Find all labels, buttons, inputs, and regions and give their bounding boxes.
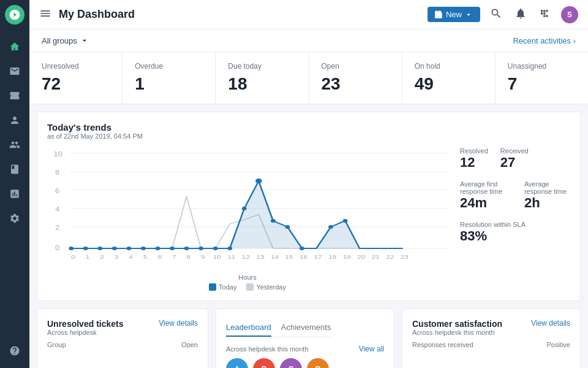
svg-text:8: 8	[187, 254, 191, 259]
stat-sla: Resolution within SLA 83%	[460, 221, 570, 244]
stat-on-hold[interactable]: On hold 49	[402, 52, 496, 104]
new-button[interactable]: New	[428, 7, 480, 22]
stat-label-overdue: Overdue	[135, 62, 203, 71]
search-icon[interactable]	[488, 5, 505, 25]
trends-chart: 10 8 6 4 2 0 0	[47, 147, 448, 270]
unresolved-header: Unresolved tickets Across helpdesk View …	[47, 319, 198, 336]
svg-text:10: 10	[213, 254, 221, 259]
customer-satisfaction-card: Customer satisfaction Across helpdesk th…	[402, 309, 581, 368]
leaderboard-view-all[interactable]: View all	[359, 345, 384, 353]
svg-text:7: 7	[172, 254, 176, 259]
chart-left: 10 8 6 4 2 0 0	[47, 147, 448, 291]
satisfaction-info: Customer satisfaction Across helpdesk th…	[412, 319, 502, 336]
svg-text:6: 6	[158, 254, 162, 259]
svg-point-50	[255, 178, 262, 183]
svg-point-51	[271, 219, 276, 223]
stat-unassigned[interactable]: Unassigned 7	[496, 52, 588, 104]
sidebar-item-library[interactable]	[4, 158, 26, 180]
svg-text:3: 3	[115, 254, 119, 259]
tab-achievements[interactable]: Achievements	[281, 319, 331, 337]
trends-title: Today's trends	[47, 122, 570, 132]
svg-text:16: 16	[300, 254, 307, 259]
leaderboard-avatar-4: D	[307, 358, 329, 368]
svg-point-47	[213, 247, 218, 250]
svg-point-53	[300, 247, 304, 250]
legend-yesterday: Yesterday	[246, 283, 286, 291]
svg-text:10: 10	[53, 151, 62, 158]
svg-text:13: 13	[256, 254, 264, 259]
tab-leaderboard[interactable]: Leaderboard	[226, 319, 271, 337]
svg-text:22: 22	[386, 254, 394, 259]
svg-text:18: 18	[328, 254, 336, 259]
svg-marker-36	[71, 181, 403, 248]
svg-point-55	[343, 219, 348, 223]
stat-avg-response: Average response time 2h	[524, 180, 570, 211]
leaderboard-avatar-1: A	[226, 358, 248, 368]
svg-text:19: 19	[343, 254, 351, 259]
svg-point-42	[141, 247, 146, 250]
svg-point-49	[242, 207, 247, 210]
svg-point-38	[83, 247, 88, 250]
chart-right: Resolved 12 Received 27 Average first re…	[460, 147, 570, 291]
trends-section: Today's trends as of 22nd May 2019, 04:5…	[37, 112, 581, 301]
unresolved-view-details[interactable]: View details	[159, 319, 198, 328]
svg-text:6: 6	[55, 188, 59, 194]
unresolved-table-header: Group Open	[47, 339, 198, 351]
sidebar-item-home[interactable]	[4, 36, 26, 58]
stat-value-due-today: 18	[228, 74, 296, 94]
svg-text:14: 14	[271, 254, 279, 259]
stat-overdue[interactable]: Overdue 1	[123, 52, 216, 104]
groups-selector[interactable]: All groups	[42, 36, 89, 45]
user-avatar[interactable]: S	[561, 6, 578, 23]
svg-text:8: 8	[55, 169, 59, 176]
menu-icon[interactable]	[39, 7, 51, 22]
svg-text:20: 20	[357, 254, 365, 259]
sidebar-item-contacts[interactable]	[4, 109, 26, 131]
stat-unresolved[interactable]: Unresolved 72	[29, 52, 123, 104]
svg-text:0: 0	[55, 245, 60, 251]
svg-text:2: 2	[55, 224, 59, 231]
stat-due-today[interactable]: Due today 18	[216, 52, 309, 104]
stat-label-due-today: Due today	[228, 62, 296, 71]
chart-legend: Today Yesterday	[47, 283, 448, 291]
sidebar-item-inbox[interactable]	[4, 60, 26, 82]
stats-row: Unresolved 72 Overdue 1 Due today 18 Ope…	[29, 52, 588, 104]
svg-point-46	[198, 247, 203, 250]
svg-point-54	[328, 225, 333, 229]
stat-value-on-hold: 49	[415, 74, 483, 94]
svg-text:11: 11	[227, 254, 235, 259]
svg-text:0: 0	[71, 254, 75, 259]
svg-point-39	[97, 247, 102, 250]
stat-value-unresolved: 72	[42, 74, 110, 94]
sidebar-item-tickets[interactable]	[4, 85, 26, 107]
apps-icon[interactable]	[537, 5, 554, 25]
svg-point-40	[112, 247, 117, 250]
sidebar-item-groups[interactable]	[4, 134, 26, 156]
stat-received: Received 27	[500, 147, 529, 171]
svg-text:9: 9	[201, 254, 205, 259]
header: My Dashboard New S	[29, 0, 588, 29]
stat-avg-first-response: Average first response time 24m	[460, 180, 514, 211]
logo[interactable]	[5, 5, 24, 25]
stat-label-unassigned: Unassigned	[508, 62, 576, 71]
svg-text:5: 5	[143, 254, 148, 259]
leaderboard-avatar-2: B	[253, 358, 275, 368]
svg-point-41	[126, 247, 131, 250]
svg-text:17: 17	[314, 254, 322, 259]
header-actions: New S	[428, 5, 578, 25]
unresolved-tickets-card: Unresolved tickets Across helpdesk View …	[37, 309, 208, 368]
leaderboard-card: Leaderboard Achievements Across helpdesk…	[216, 309, 394, 368]
sidebar-item-help[interactable]	[4, 340, 26, 362]
sidebar-item-reports[interactable]	[4, 183, 26, 205]
satisfaction-view-details[interactable]: View details	[531, 319, 570, 328]
stat-open[interactable]: Open 23	[309, 52, 402, 104]
subheader: All groups Recent activities ›	[29, 29, 588, 52]
sidebar-item-settings[interactable]	[4, 207, 26, 229]
notifications-icon[interactable]	[512, 5, 529, 25]
page-title: My Dashboard	[59, 8, 428, 21]
chart-x-label: Hours	[47, 274, 448, 281]
legend-today: Today	[209, 283, 236, 291]
recent-activities-link[interactable]: Recent activities ›	[513, 36, 576, 45]
svg-point-52	[285, 225, 290, 229]
stat-resolved: Resolved 12	[460, 147, 488, 171]
